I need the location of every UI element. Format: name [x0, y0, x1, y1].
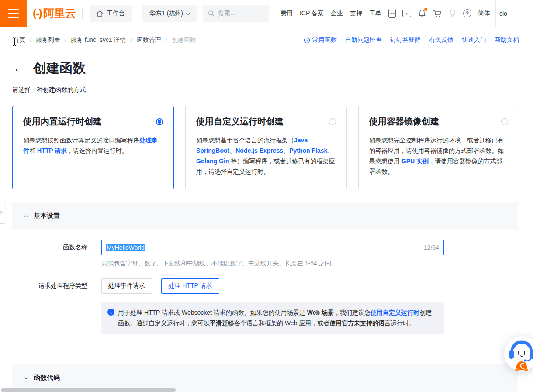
handle-http-request-button[interactable]: 处理 HTTP 请求: [161, 278, 219, 294]
menu-button[interactable]: [0, 0, 27, 27]
card-custom-runtime[interactable]: 使用自定义运行时创建 如果您想基于各个语言的流行框架（Java SpringBo…: [185, 106, 347, 189]
help-icon[interactable]: ?: [463, 9, 471, 17]
horizontal-scrollbar-thumb[interactable]: [1, 388, 176, 392]
chevron-right-icon: >: [0, 210, 3, 216]
title-row: ← 创建函数: [13, 59, 86, 77]
header-divider: [82, 8, 83, 19]
header-link-billing[interactable]: 费用: [280, 10, 293, 17]
info-icon: i: [107, 309, 114, 316]
breadcrumb-current: 创建函数: [171, 36, 196, 44]
breadcrumb-service-list[interactable]: 服务列表: [36, 36, 60, 44]
handler-type-label: 请求处理程序类型: [12, 282, 87, 290]
notifications-bell-icon[interactable]: [418, 9, 426, 18]
radio-unselected-icon[interactable]: [501, 118, 508, 125]
region-label: 华东1 (杭州): [149, 10, 183, 17]
function-name-hint: 只能包含字母、数字、下划线和中划线。不能以数字、中划线开头。长度在 1-64 之…: [101, 260, 518, 268]
language-selector[interactable]: 简体: [478, 10, 490, 17]
link-help-docs[interactable]: 帮助文档: [495, 36, 519, 44]
breadcrumb: 首页 / 服务列表 / 服务 func_svc1 详情 / 函数管理 / 创建函…: [13, 36, 196, 44]
header-link-icp[interactable]: ICP 备案: [300, 10, 324, 17]
radio-selected-icon[interactable]: [156, 118, 163, 125]
card-title: 使用自定义运行时创建: [196, 116, 284, 127]
basic-settings-header[interactable]: 基本设置: [12, 202, 518, 230]
card-description: 如果您想按照函数计算定义的接口编写程序处理事件和 HTTP 请求，请选择内置运行…: [23, 135, 163, 156]
http-info-box: i 用于处理 HTTP 请求或 Websocket 请求的函数。如果您的使用场景…: [101, 302, 444, 334]
aliyun-logo-text: 阿里云: [43, 6, 76, 21]
link-gpu-instance[interactable]: GPU 实例: [401, 158, 429, 165]
radio-unselected-icon[interactable]: [329, 118, 336, 125]
link-golang-gin[interactable]: Golang Gin: [196, 158, 229, 165]
card-container-image[interactable]: 使用容器镜像创建 如果您想完全控制程序运行的环境，或者迁移已有的容器应用，请使用…: [358, 106, 519, 189]
link-quick-start[interactable]: 快速入门: [462, 36, 486, 44]
home-icon: [97, 10, 103, 17]
breadcrumb-function-mgmt[interactable]: 函数管理: [137, 36, 161, 44]
header-link-support[interactable]: 支持: [350, 10, 362, 17]
function-name-value: MyHelloWorld: [106, 244, 145, 251]
section-title: 基本设置: [34, 212, 60, 220]
card-title: 使用容器镜像创建: [369, 116, 439, 127]
handle-event-request-button[interactable]: 处理事件请求: [101, 278, 152, 294]
account-name-truncated[interactable]: clo: [499, 10, 507, 17]
search-placeholder: 搜索...: [218, 10, 235, 17]
header-search[interactable]: 搜索...: [203, 5, 269, 22]
cloudshell-icon[interactable]: >_: [402, 10, 411, 17]
header-links: 费用 ICP 备案 企业 支持 工单: [280, 10, 381, 17]
page-title: 创建函数: [33, 59, 86, 77]
mobile-app-icon[interactable]: APP: [388, 9, 396, 18]
collapse-chevron-icon: [24, 213, 28, 218]
aliyun-logo-icon: (-): [33, 7, 42, 20]
workbench-button[interactable]: 工作台: [90, 5, 132, 22]
basic-settings-panel: 基本设置 函数名称 MyHelloWorld 12/64 只能包含字母、数字、下…: [12, 202, 518, 334]
chevron-down-icon: [186, 10, 190, 15]
function-name-label: 函数名称: [12, 244, 87, 251]
link-feedback[interactable]: 有奖反馈: [429, 36, 453, 44]
account-divider: [495, 0, 496, 27]
header-link-tickets[interactable]: 工单: [369, 10, 381, 17]
sidebar-expand-tab[interactable]: >: [0, 202, 5, 224]
link-self-troubleshoot[interactable]: 自助问题排查: [345, 36, 382, 44]
clock-icon: [304, 37, 310, 44]
hamburger-icon: [8, 9, 19, 10]
link-common-functions[interactable]: 常用函数: [304, 36, 337, 44]
link-use-custom-runtime[interactable]: 使用自定义运行时: [370, 309, 419, 316]
header-link-enterprise[interactable]: 企业: [331, 10, 343, 17]
region-selector[interactable]: 华东1 (杭州): [142, 5, 197, 22]
card-description: 如果您想基于各个语言的流行框架（Java SpringBoot、Node.js …: [196, 135, 336, 177]
breadcrumb-row: 首页 / 服务列表 / 服务 func_svc1 详情 / 函数管理 / 创建函…: [0, 27, 533, 53]
link-nodejs-express[interactable]: Node.js Express: [235, 147, 283, 154]
text-cursor: [12, 37, 17, 47]
lightbulb-icon[interactable]: [449, 9, 457, 18]
top-nav: (-) 阿里云 工作台 华东1 (杭州) 搜索... 费用 ICP 备案 企业 …: [0, 0, 533, 27]
card-description: 如果您想完全控制程序运行的环境，或者迁移已有的容器应用，请使用容器镜像的方式部署…: [369, 135, 508, 177]
search-icon: [208, 10, 215, 17]
link-http-request[interactable]: HTTP 请求: [37, 147, 67, 154]
char-counter: 12/64: [424, 244, 439, 251]
aliyun-logo[interactable]: (-) 阿里云: [33, 6, 76, 21]
link-python-flask[interactable]: Python Flask: [289, 147, 327, 154]
page-subtitle: 请选择一种创建函数的方式: [12, 86, 86, 94]
card-title: 使用内置运行时创建: [23, 116, 102, 127]
basic-settings-body: 函数名称 MyHelloWorld 12/64 只能包含字母、数字、下划线和中划…: [12, 240, 518, 334]
cart-icon[interactable]: [433, 9, 442, 18]
link-dingtalk-group[interactable]: 钉钉答疑群: [390, 36, 421, 44]
back-button[interactable]: ←: [13, 62, 25, 74]
card-builtin-runtime[interactable]: 使用内置运行时创建 如果您想按照函数计算定义的接口编写程序处理事件和 HTTP …: [12, 106, 174, 189]
create-function-page: (-) 阿里云 工作台 华东1 (杭州) 搜索... 费用 ICP 备案 企业 …: [0, 0, 533, 392]
handler-type-options: 处理事件请求 处理 HTTP 请求: [101, 278, 219, 294]
workbench-label: 工作台: [107, 10, 125, 17]
header-icons: APP >_: [388, 9, 471, 18]
breadcrumb-service-detail[interactable]: 服务 func_svc1 详情: [71, 36, 126, 44]
quick-links: 常用函数 自助问题排查 钉钉答疑群 有奖反馈 快速入门 帮助文档: [304, 36, 519, 44]
section-title: 函数代码: [34, 374, 60, 382]
notification-dot: [424, 8, 427, 11]
info-text: 用于处理 HTTP 请求或 Websocket 请求的函数。如果您的使用场景是 …: [118, 307, 437, 328]
assistant-robot-button[interactable]: [503, 335, 533, 372]
collapse-chevron-icon: [24, 375, 28, 380]
function-name-input[interactable]: MyHelloWorld 12/64: [101, 240, 444, 255]
creation-mode-cards: 使用内置运行时创建 如果您想按照函数计算定义的接口编写程序处理事件和 HTTP …: [12, 106, 519, 189]
